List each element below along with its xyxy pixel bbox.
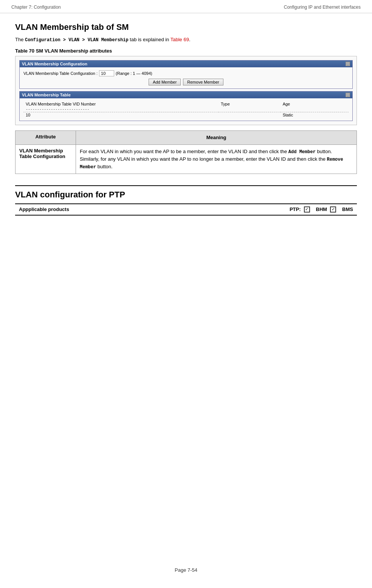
bms-label: BMS — [342, 206, 353, 212]
vlan-table-panel: VLAN Membership Table _ VLAN Membership … — [19, 91, 353, 121]
cell-age-value: Static — [281, 112, 349, 118]
attr-row-1: VLAN Membership Table Configuration For … — [16, 144, 357, 174]
add-member-ref: Add Member — [288, 149, 316, 155]
cell-type-value — [219, 112, 281, 118]
col-type: Type — [219, 101, 281, 107]
applicable-products-table: Appplicable products PTP: ✓ BHM ✓ BMS — [15, 203, 357, 216]
ui-screenshot-wrapper: VLAN Membership Configuration _ VLAN Mem… — [15, 56, 357, 125]
table-header-row: VLAN Membership Table VID Number Type Ag… — [23, 101, 349, 107]
chapter-label: Chapter 7: Configuration — [11, 5, 61, 10]
intro-middle: tab is explained in — [129, 37, 170, 42]
meaning-header: Meaning — [76, 131, 357, 145]
remove-member-button[interactable]: Remove Member — [183, 79, 223, 85]
meaning-part1: For each VLAN in which you want the AP t… — [80, 149, 288, 154]
table-dashes: ---------------------------- — [23, 107, 349, 112]
table69-link[interactable]: Table 69 — [170, 37, 189, 42]
meaning-part3: button. — [96, 164, 112, 169]
bhm-checkbox: ✓ — [330, 206, 336, 213]
minimize-icon-2[interactable]: _ — [346, 93, 350, 97]
section-divider — [15, 185, 357, 186]
vlan-config-panel-header: VLAN Membership Configuration _ — [20, 61, 352, 67]
applicable-label: Appplicable products — [15, 204, 91, 215]
buttons-row: Add Member Remove Member — [23, 79, 349, 85]
range-text: (Range : 1 — 4094) — [116, 71, 152, 76]
page-content: VLAN Membership tab of SM The Configurat… — [0, 13, 372, 231]
page-footer: Page 7-54 — [0, 560, 372, 577]
bhm-label: BHM — [316, 206, 327, 212]
vlan-config-panel-body: VLAN Membership Table Configuration : (R… — [20, 67, 352, 88]
minimize-icon[interactable]: _ — [346, 62, 350, 66]
attr-meaning: For each VLAN in which you want the AP t… — [76, 144, 357, 174]
vlan-table-panel-title: VLAN Membership Table — [22, 93, 71, 97]
table-caption-text: SM VLAN Membership attributes — [34, 48, 112, 54]
table-number: Table 70 — [15, 48, 34, 54]
intro-suffix: . — [189, 37, 191, 42]
attr-name: VLAN Membership Table Configuration — [16, 144, 76, 174]
form-label: VLAN Membership Table Configuration : — [23, 71, 98, 76]
table-data-row: 10 Static — [23, 112, 349, 118]
page-number: Page 7-54 — [175, 567, 197, 573]
section-label: Configuring IP and Ethernet interfaces — [284, 5, 361, 10]
add-member-button[interactable]: Add Member — [149, 79, 181, 85]
section2-title: VLAN configuration for PTP — [15, 190, 357, 200]
intro-bold: Configuration > VLAN > VLAN Membership — [25, 37, 129, 43]
applicable-row: Appplicable products PTP: ✓ BHM ✓ BMS — [15, 204, 357, 215]
page-header: Chapter 7: Configuration Configuring IP … — [0, 0, 372, 13]
attr-header: Attribute — [16, 131, 76, 145]
intro-prefix: The — [15, 37, 25, 42]
col-vid: VLAN Membership Table VID Number — [23, 101, 219, 107]
vlan-config-panel: VLAN Membership Configuration _ VLAN Mem… — [19, 60, 353, 89]
intro-paragraph: The Configuration > VLAN > VLAN Membersh… — [15, 37, 357, 43]
ptp-checkbox: ✓ — [304, 206, 310, 213]
attribute-table: Attribute Meaning VLAN Membership Table … — [15, 130, 357, 174]
cell-vid-value: 10 — [23, 112, 219, 118]
applicable-values: PTP: ✓ BHM ✓ BMS — [91, 204, 357, 215]
form-row: VLAN Membership Table Configuration : (R… — [23, 70, 349, 76]
table-dashes-row: ---------------------------- — [23, 107, 349, 112]
section1-title: VLAN Membership tab of SM — [15, 22, 357, 32]
vlan-config-panel-title: VLAN Membership Configuration — [22, 62, 87, 66]
vlan-membership-table: VLAN Membership Table VID Number Type Ag… — [23, 101, 349, 118]
vlan-table-panel-body: VLAN Membership Table VID Number Type Ag… — [20, 98, 352, 121]
table-caption: Table 70 SM VLAN Membership attributes — [15, 48, 357, 54]
vlan-id-input[interactable] — [99, 70, 114, 76]
vlan-table-panel-header: VLAN Membership Table _ — [20, 92, 352, 98]
attr-table-header-row: Attribute Meaning — [16, 131, 357, 145]
col-age: Age — [281, 101, 349, 107]
ptp-label: PTP: — [290, 206, 301, 212]
